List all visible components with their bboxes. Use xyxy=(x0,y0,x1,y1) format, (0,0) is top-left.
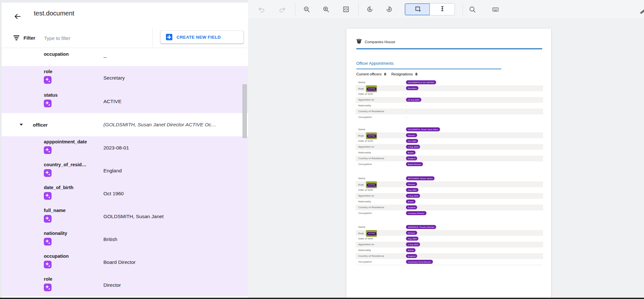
field-value: Board Director xyxy=(103,259,136,265)
entity-pill[interactable]: England xyxy=(406,156,417,160)
officer-row-label: Nationality xyxy=(358,103,371,109)
ai-sparkle-icon xyxy=(44,76,52,84)
rotate-cw-button[interactable] xyxy=(385,5,393,13)
officer-row-value: Aug 1954 xyxy=(406,236,418,242)
entity-pill[interactable]: Secretary xyxy=(406,86,418,90)
entity-pill[interactable]: 1 Aug 2023 xyxy=(406,194,420,198)
field-row-role[interactable]: roleDirector xyxy=(2,274,248,296)
field-row-officer[interactable]: officer(GOLDSMITH, Susan Janet Director … xyxy=(2,113,248,136)
entity-pill[interactable]: Aug 1962 xyxy=(406,188,418,192)
officer-block: NameJENNINGS, Timothy MichaelRoleACTIVED… xyxy=(356,224,543,265)
field-row-apppointment_date[interactable]: apppointment_date2023-08-01 xyxy=(2,136,248,159)
fit-width-button[interactable] xyxy=(342,5,350,13)
entity-pill[interactable]: Director xyxy=(406,133,417,137)
officer-row-label: Date of birth xyxy=(358,187,373,193)
ai-sparkle-icon xyxy=(44,284,52,291)
officer-row-label: Country of Residence xyxy=(358,156,384,161)
document-viewer[interactable]: Companies House Officer Appointments Cur… xyxy=(248,18,644,298)
officer-row-label: Nationality xyxy=(358,199,371,205)
officer-row: Date of birthOct 1960 xyxy=(356,138,543,144)
rotate-ccw-button[interactable] xyxy=(366,5,374,13)
entity-pill[interactable]: Company Director xyxy=(406,211,427,215)
zoom-out-button[interactable] xyxy=(303,5,311,13)
field-label: date_of_birth xyxy=(44,185,73,190)
entity-pill[interactable]: Director xyxy=(406,182,417,186)
officer-row-label: Country of Residence xyxy=(358,109,384,114)
filter-input[interactable] xyxy=(43,33,148,43)
back-button[interactable] xyxy=(11,10,24,23)
entity-pill[interactable]: 01 Aug 2023 xyxy=(406,98,421,102)
entity-pill[interactable]: GOLDSMITH, Susan Janet (Mrs) xyxy=(406,127,440,131)
officer-row: NationalityBritish xyxy=(356,247,543,253)
entity-pill[interactable]: England xyxy=(406,254,417,258)
doc-footer-divider xyxy=(356,265,543,265)
fit-width-icon xyxy=(342,5,350,13)
officer-row: NameJENNINGS, Timothy Michael xyxy=(356,224,543,230)
entity-pill[interactable]: British xyxy=(406,199,416,204)
officer-row: Nationality- xyxy=(356,103,543,109)
toolbar-divider xyxy=(358,3,359,15)
officer-row-value: England xyxy=(406,253,417,259)
officer-row-label: Appointed on xyxy=(358,242,374,247)
entity-pill[interactable]: Board Director xyxy=(406,162,423,166)
officer-row-value: England xyxy=(406,156,417,161)
officer-row-value: 01 Aug 2023 xyxy=(406,97,421,103)
scrollbar-thumb[interactable] xyxy=(243,84,247,138)
entity-pill[interactable]: Aug 1954 xyxy=(406,236,418,241)
entity-pill[interactable]: JENNINGS, Timothy Michael xyxy=(406,225,436,229)
zoom-in-icon xyxy=(322,5,330,13)
field-row-status[interactable]: statusACTIVE xyxy=(2,90,248,113)
redo-button[interactable] xyxy=(278,5,286,13)
field-label: apppointment_date xyxy=(44,139,87,144)
entity-pill[interactable]: England xyxy=(406,205,417,209)
keyboard-button[interactable] xyxy=(492,5,499,13)
create-new-field-button[interactable]: CREATE NEW FIELD xyxy=(160,31,244,43)
entity-pill[interactable]: British xyxy=(406,248,416,252)
field-label: nationality xyxy=(44,231,67,236)
officer-row-label: Country of Residence xyxy=(358,253,384,259)
undo-button[interactable] xyxy=(258,5,265,13)
entity-pill[interactable]: British xyxy=(406,150,416,155)
zoom-out-icon xyxy=(303,5,311,13)
entity-pill[interactable]: Oct 1960 xyxy=(406,139,418,143)
officer-row-label: Appointed on xyxy=(358,144,374,150)
field-row-occupation[interactable]: occupationBoard Director xyxy=(2,251,248,274)
zoom-in-button[interactable] xyxy=(322,5,330,13)
field-row-date_of_birth[interactable]: date_of_birthOct 1960 xyxy=(2,182,248,205)
officer-row-label: Appointed on xyxy=(358,97,374,103)
entity-pill[interactable]: Director xyxy=(406,231,417,235)
officer-row-value: British xyxy=(406,199,416,205)
status-tag: ACTIVE xyxy=(367,183,377,187)
officer-row-value: - xyxy=(406,103,407,109)
status-tag: ACTIVE xyxy=(367,134,377,138)
entity-pill[interactable]: Investment Fund Director xyxy=(406,260,433,264)
field-row-country_of_resid[interactable]: country_of_resid…England xyxy=(2,159,248,182)
entity-pill[interactable]: 1 Aug 2023 xyxy=(406,145,420,149)
officer-row: OccupationCompany Director xyxy=(356,210,543,216)
field-row-occupation[interactable]: occupation-- xyxy=(2,48,248,66)
officer-row-value: Secretary xyxy=(406,85,418,91)
toolbar-divider xyxy=(295,3,295,15)
field-value: GOLDSMITH, Susan Janet xyxy=(103,214,164,219)
left-panel: test.document Filter CREATE NEW FIELD oc… xyxy=(2,3,248,298)
text-select-icon xyxy=(438,5,446,14)
box-select-button[interactable] xyxy=(405,4,430,15)
entity-pill[interactable]: BATCHMAN, Simon James xyxy=(406,176,435,180)
officer-row-value: - xyxy=(406,109,407,114)
collapse-arrow-icon[interactable] xyxy=(20,124,23,126)
field-row-full_name[interactable]: full_nameGOLDSMITH, Susan Janet xyxy=(2,205,248,228)
field-row-nationality[interactable]: nationalityBritish xyxy=(2,228,248,251)
filter-divider xyxy=(152,28,153,47)
entity-pill[interactable]: GOLDSMITH & CO LIMITED xyxy=(406,80,436,84)
entity-pill[interactable]: 1 Aug 2023 xyxy=(406,242,420,246)
text-select-button[interactable] xyxy=(430,4,455,15)
field-row-role[interactable]: roleSecretary xyxy=(2,66,248,90)
search-button[interactable] xyxy=(468,5,476,13)
document-page: Companies House Officer Appointments Cur… xyxy=(346,29,551,298)
officer-row-label: Appointed on xyxy=(358,193,374,199)
officer-row-value: 1 Aug 2023 xyxy=(406,193,420,199)
officer-row: RoleACTIVEDirector xyxy=(356,181,543,187)
status-tag: ACTIVE xyxy=(367,87,377,91)
ai-sparkle-icon xyxy=(44,169,52,177)
arrow-left-icon xyxy=(14,17,22,22)
